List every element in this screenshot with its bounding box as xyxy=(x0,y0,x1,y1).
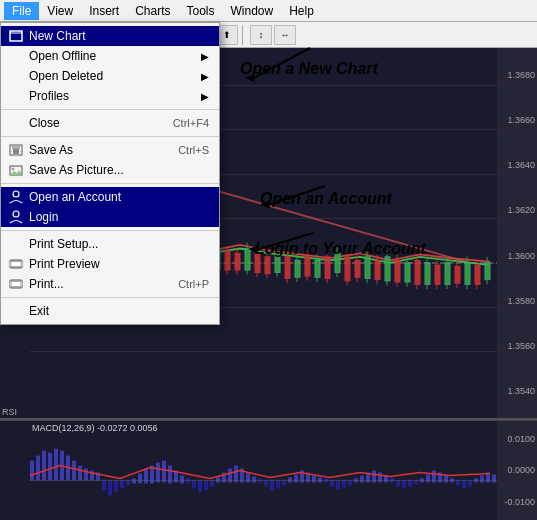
svg-rect-145 xyxy=(336,480,340,489)
svg-rect-121 xyxy=(192,480,196,488)
svg-rect-152 xyxy=(378,472,382,482)
svg-rect-117 xyxy=(168,466,172,484)
open-offline-arrow: ▶ xyxy=(201,51,209,62)
menubar-view[interactable]: View xyxy=(39,2,81,20)
exit-icon xyxy=(7,303,25,319)
menu-item-exit[interactable]: Exit xyxy=(1,301,219,321)
y-label-1: 1.3680 xyxy=(499,70,535,80)
menu-item-profiles[interactable]: Profiles ▶ xyxy=(1,86,219,106)
menu-item-save-as-picture[interactable]: Save As Picture... xyxy=(1,160,219,180)
menu-item-print-setup[interactable]: Print Setup... xyxy=(1,234,219,254)
print-setup-icon xyxy=(7,236,25,252)
svg-rect-94 xyxy=(30,461,34,481)
macd-y-label-3: -0.0100 xyxy=(499,497,535,507)
menu-item-open-offline[interactable]: Open Offline ▶ xyxy=(1,46,219,66)
svg-rect-108 xyxy=(114,480,118,492)
y-label-6: 1.3580 xyxy=(499,296,535,306)
macd-label: MACD(12,26,9) -0.0272 0.0056 xyxy=(32,423,158,433)
open-account-label: Open an Account xyxy=(29,190,121,204)
svg-point-181 xyxy=(13,211,19,217)
svg-rect-146 xyxy=(342,480,346,487)
file-dropdown-menu: New Chart Open Offline ▶ Open Deleted ▶ … xyxy=(0,22,220,325)
print-setup-label: Print Setup... xyxy=(29,237,98,251)
y-label-4: 1.3620 xyxy=(499,205,535,215)
close-shortcut: Ctrl+F4 xyxy=(173,117,209,129)
svg-rect-102 xyxy=(78,466,82,481)
toolbar-b8[interactable]: ↔ xyxy=(274,25,296,45)
open-deleted-label: Open Deleted xyxy=(29,69,103,83)
svg-rect-115 xyxy=(156,463,160,483)
svg-rect-165 xyxy=(456,480,460,485)
y-axis: 1.3680 1.3660 1.3640 1.3620 1.3600 1.358… xyxy=(497,48,537,418)
y-label-2: 1.3660 xyxy=(499,115,535,125)
svg-rect-109 xyxy=(120,480,124,488)
rsi-indicator-label: RSI xyxy=(0,406,19,418)
open-offline-icon xyxy=(7,48,25,64)
profiles-label: Profiles xyxy=(29,89,69,103)
macd-y-axis: 0.0100 0.0000 -0.0100 xyxy=(497,421,537,520)
menu-item-print-preview[interactable]: Print Preview xyxy=(1,254,219,274)
svg-rect-184 xyxy=(12,262,20,266)
y-label-5: 1.3600 xyxy=(499,251,535,261)
svg-rect-113 xyxy=(144,469,148,484)
svg-rect-131 xyxy=(252,476,256,482)
svg-rect-177 xyxy=(13,149,19,154)
open-deleted-arrow: ▶ xyxy=(201,71,209,82)
macd-section: MACD(12,26,9) -0.0272 0.0056 xyxy=(0,420,537,520)
svg-rect-176 xyxy=(12,145,20,149)
menubar-help[interactable]: Help xyxy=(281,2,322,20)
print-preview-label: Print Preview xyxy=(29,257,100,271)
menu-item-new-chart[interactable]: New Chart xyxy=(1,26,219,46)
annotation-new-chart: Open a New Chart xyxy=(240,60,378,78)
svg-rect-120 xyxy=(186,478,190,483)
svg-rect-156 xyxy=(402,480,406,488)
menu-sep-4 xyxy=(1,230,219,231)
login-label: Login xyxy=(29,210,58,224)
svg-rect-103 xyxy=(84,469,88,481)
svg-rect-106 xyxy=(102,480,106,490)
menubar-charts[interactable]: Charts xyxy=(127,2,178,20)
svg-rect-167 xyxy=(468,480,472,486)
menubar-insert[interactable]: Insert xyxy=(81,2,127,20)
menu-item-open-deleted[interactable]: Open Deleted ▶ xyxy=(1,66,219,86)
svg-rect-96 xyxy=(42,451,46,481)
svg-rect-111 xyxy=(132,478,136,483)
svg-rect-169 xyxy=(480,475,484,482)
svg-rect-187 xyxy=(12,282,20,286)
y-label-3: 1.3640 xyxy=(499,160,535,170)
exit-label: Exit xyxy=(29,304,49,318)
svg-rect-135 xyxy=(276,480,280,488)
svg-rect-163 xyxy=(444,475,448,482)
svg-rect-158 xyxy=(414,480,418,484)
svg-rect-128 xyxy=(234,466,238,483)
menu-sep-2 xyxy=(1,136,219,137)
login-icon xyxy=(7,209,25,225)
toolbar-b7[interactable]: ↕ xyxy=(250,25,272,45)
close-menu-icon xyxy=(7,115,25,131)
profiles-icon xyxy=(7,88,25,104)
menu-item-login[interactable]: Login xyxy=(1,207,219,227)
svg-rect-147 xyxy=(348,480,352,485)
svg-point-179 xyxy=(12,168,15,171)
svg-rect-133 xyxy=(264,480,268,486)
menubar-file[interactable]: File xyxy=(4,2,39,20)
print-label: Print... xyxy=(29,277,64,291)
menu-item-open-account[interactable]: Open an Account xyxy=(1,187,219,207)
macd-y-label-1: 0.0100 xyxy=(499,434,535,444)
svg-rect-116 xyxy=(162,461,166,483)
toolbar-sep3 xyxy=(242,25,246,45)
menubar-tools[interactable]: Tools xyxy=(179,2,223,20)
svg-rect-123 xyxy=(204,480,208,490)
annotation-open-account: Open an Account xyxy=(260,190,392,208)
menu-item-print[interactable]: Print... Ctrl+P xyxy=(1,274,219,294)
menubar-window[interactable]: Window xyxy=(223,2,282,20)
menu-item-save-as[interactable]: Save As Ctrl+S xyxy=(1,140,219,160)
menu-item-close[interactable]: Close Ctrl+F4 xyxy=(1,113,219,133)
menubar: File View Insert Charts Tools Window Hel… xyxy=(0,0,537,22)
svg-rect-134 xyxy=(270,480,274,490)
svg-rect-95 xyxy=(36,456,40,481)
svg-rect-112 xyxy=(138,473,142,483)
print-icon xyxy=(7,276,25,292)
profiles-arrow: ▶ xyxy=(201,91,209,102)
print-shortcut: Ctrl+P xyxy=(178,278,209,290)
